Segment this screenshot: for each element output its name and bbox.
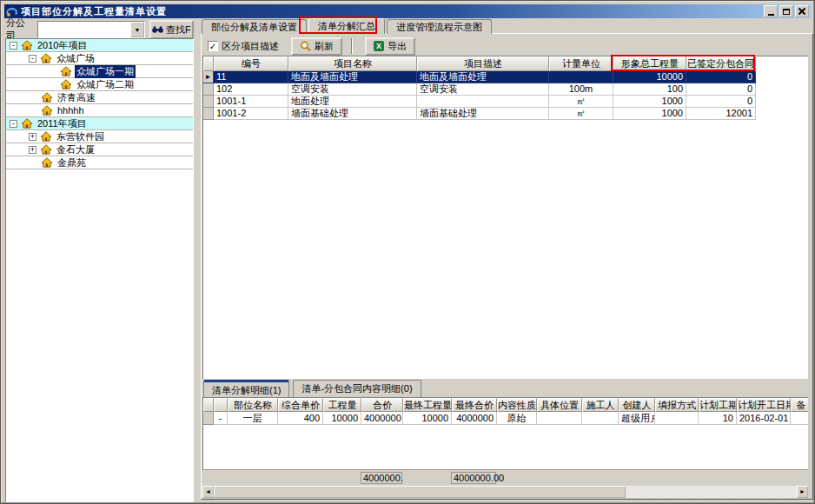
- grid-cell[interactable]: [791, 412, 808, 425]
- tree-item-众城广场[interactable]: -众城广场: [6, 52, 193, 65]
- tab-部位分解及清单设置[interactable]: 部位分解及清单设置: [202, 19, 307, 34]
- grid-cell[interactable]: 原始: [497, 412, 537, 425]
- column-header-合价[interactable]: 合价: [361, 398, 403, 412]
- column-header-计量单位[interactable]: 计量单位: [549, 56, 613, 71]
- grid-cell[interactable]: 墙面基础处理: [417, 108, 549, 120]
- grid-cell[interactable]: 地面及墙面处理: [288, 71, 417, 83]
- column-header-具体位置[interactable]: 具体位置: [537, 398, 582, 412]
- grid-cell[interactable]: 102: [214, 83, 288, 96]
- tree-item-众城广场二期[interactable]: 众城广场二期: [6, 78, 193, 91]
- grid-cell[interactable]: 地面处理: [288, 96, 417, 108]
- column-header-已签定分包合同总量[interactable]: 已签定分包合同总量: [686, 56, 756, 71]
- column-header-工程量[interactable]: 工程量: [323, 398, 361, 412]
- grid-cell[interactable]: 100: [613, 83, 686, 96]
- grid-cell[interactable]: 墙面基础处理: [288, 108, 417, 120]
- column-header-编号[interactable]: 编号: [214, 56, 288, 71]
- tree-item-济青高速[interactable]: 济青高速: [6, 91, 193, 104]
- bottom-tab-清单分解明细(1)[interactable]: 清单分解明细(1): [203, 380, 289, 397]
- column-header-最终工程量[interactable]: 最终工程量: [403, 398, 452, 412]
- refresh-button[interactable]: 刷新: [291, 37, 342, 56]
- minimize-icon[interactable]: [764, 5, 778, 17]
- column-header-部位名称[interactable]: 部位名称: [228, 398, 278, 412]
- panel-splitter[interactable]: [195, 18, 201, 500]
- tree-item-2011年项目[interactable]: -2011年项目: [6, 117, 193, 130]
- collapse-icon[interactable]: -: [214, 412, 228, 425]
- grid-cell[interactable]: 0: [686, 96, 756, 108]
- export-button[interactable]: X 导出: [365, 37, 415, 56]
- maximize-icon[interactable]: [779, 5, 793, 17]
- column-header-项目描述[interactable]: 项目描述: [417, 56, 549, 71]
- scroll-right-icon[interactable]: ►: [797, 486, 808, 498]
- find-button[interactable]: 查找F: [149, 20, 194, 39]
- grid-cell[interactable]: 一层: [228, 412, 278, 425]
- expand-icon[interactable]: +: [29, 133, 36, 141]
- column-header-综合单价[interactable]: 综合单价: [278, 398, 323, 412]
- grid-cell[interactable]: [582, 412, 619, 425]
- column-header-最终合价[interactable]: 最终合价: [452, 398, 497, 412]
- distinguish-description-checkbox[interactable]: ✓: [208, 41, 218, 51]
- chevron-down-icon[interactable]: ▼: [130, 22, 144, 37]
- grid-cell[interactable]: 10000: [323, 412, 361, 425]
- grid-cell[interactable]: 11: [214, 71, 288, 83]
- tree-item-东营软件园[interactable]: +东营软件园: [6, 130, 193, 143]
- grid-cell[interactable]: 10000: [403, 412, 452, 425]
- grid-cell[interactable]: 4000000: [361, 412, 403, 425]
- grid-cell[interactable]: 超级用户: [619, 412, 655, 425]
- table-row[interactable]: 1001-2墙面基础处理墙面基础处理㎡100012001: [203, 108, 808, 120]
- tab-清单分解汇总[interactable]: 清单分解汇总: [308, 18, 385, 34]
- collapse-icon[interactable]: -: [29, 55, 36, 63]
- collapse-icon[interactable]: -: [10, 120, 17, 128]
- bottom-tab-清单-分包合同内容明细(0)[interactable]: 清单-分包合同内容明细(0): [293, 380, 421, 397]
- tree-item-金鼎苑[interactable]: 金鼎苑: [6, 156, 193, 169]
- collapse-icon[interactable]: -: [10, 42, 17, 50]
- grid-cell[interactable]: 0: [686, 83, 756, 96]
- close-icon[interactable]: [795, 5, 809, 17]
- detail-row[interactable]: -一层400100004000000100004000000原始超级用户1020…: [203, 412, 808, 425]
- grid-cell[interactable]: 400: [278, 412, 323, 425]
- grid-cell[interactable]: 1000: [613, 108, 686, 120]
- grid-cell[interactable]: 空调安装: [417, 83, 549, 96]
- grid-cell[interactable]: 1000: [613, 96, 686, 108]
- scrollbar-thumb[interactable]: [214, 486, 626, 498]
- grid-cell[interactable]: 1001-1: [214, 96, 288, 108]
- table-row[interactable]: ►11地面及墙面处理地面及墙面处理100000: [203, 71, 808, 83]
- grid-cell[interactable]: 空调安装: [288, 83, 417, 96]
- grid-cell[interactable]: 4000000: [452, 412, 497, 425]
- scrollbar-track[interactable]: [626, 486, 797, 498]
- column-header-项目名称[interactable]: 项目名称: [288, 56, 417, 71]
- grid-cell[interactable]: 地面及墙面处理: [417, 71, 549, 83]
- grid-cell[interactable]: ㎡: [549, 108, 613, 120]
- grid-cell[interactable]: [417, 96, 549, 108]
- column-header-计划开工日期[interactable]: 计划开工日期: [737, 398, 791, 412]
- tree-item-2010年项目[interactable]: -2010年项目: [6, 39, 193, 52]
- grid-cell[interactable]: [537, 412, 582, 425]
- tree-item-金石大厦[interactable]: +金石大厦: [6, 143, 193, 156]
- title-bar[interactable]: 项目部位分解及工程量清单设置: [4, 4, 811, 18]
- tree-item-众城广场一期[interactable]: 众城广场一期: [6, 65, 193, 78]
- grid-cell[interactable]: [655, 412, 699, 425]
- column-header-形象总工程量[interactable]: 形象总工程量: [613, 56, 686, 71]
- column-header-备[interactable]: 备: [791, 398, 808, 412]
- grid-cell[interactable]: 2016-02-01: [737, 412, 791, 425]
- grid-cell[interactable]: ㎡: [549, 96, 613, 108]
- horizontal-scrollbar[interactable]: ◄ ►: [202, 486, 808, 498]
- grid-cell[interactable]: 1001-2: [214, 108, 288, 120]
- column-header-内容性质[interactable]: 内容性质: [497, 398, 537, 412]
- scroll-left-icon[interactable]: ◄: [202, 486, 214, 498]
- table-row[interactable]: 1001-1地面处理㎡10000: [203, 96, 808, 108]
- branch-company-select[interactable]: ▼: [37, 21, 145, 38]
- grid-cell[interactable]: [549, 71, 613, 83]
- grid-cell[interactable]: 10000: [613, 71, 686, 83]
- tab-进度管理流程示意图[interactable]: 进度管理流程示意图: [387, 19, 492, 34]
- column-header-创建人[interactable]: 创建人: [619, 398, 655, 412]
- grid-cell[interactable]: 100m: [549, 83, 613, 96]
- column-header-填报方式[interactable]: 填报方式: [655, 398, 699, 412]
- column-header-施工人[interactable]: 施工人: [582, 398, 619, 412]
- expand-icon[interactable]: +: [29, 146, 36, 154]
- grid-cell[interactable]: 0: [686, 71, 756, 83]
- grid-cell[interactable]: 12001: [686, 108, 756, 120]
- table-row[interactable]: 102空调安装空调安装100m1000: [203, 83, 808, 96]
- grid-cell[interactable]: 10: [699, 412, 737, 425]
- column-header-计划工期[interactable]: 计划工期: [699, 398, 737, 412]
- tree-item-hhhhh[interactable]: hhhhh: [6, 104, 193, 117]
